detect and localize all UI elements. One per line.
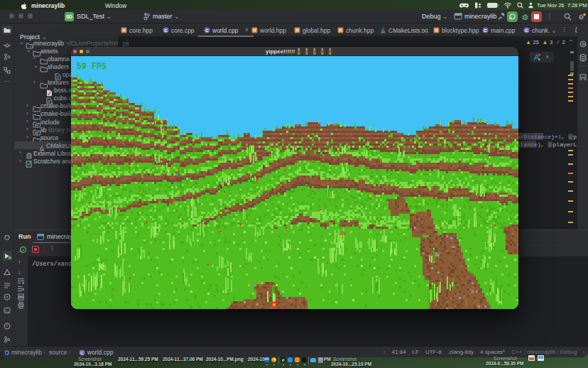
svg-text:H: H — [122, 28, 126, 33]
svg-text:C: C — [205, 28, 209, 33]
svg-text:H: H — [339, 28, 342, 33]
svg-text:C: C — [164, 28, 168, 33]
svg-text:H: H — [253, 28, 256, 33]
svg-text:C: C — [484, 28, 487, 33]
svg-text:C: C — [525, 28, 528, 33]
svg-text:H: H — [435, 28, 438, 33]
svg-text:H: H — [295, 28, 299, 33]
